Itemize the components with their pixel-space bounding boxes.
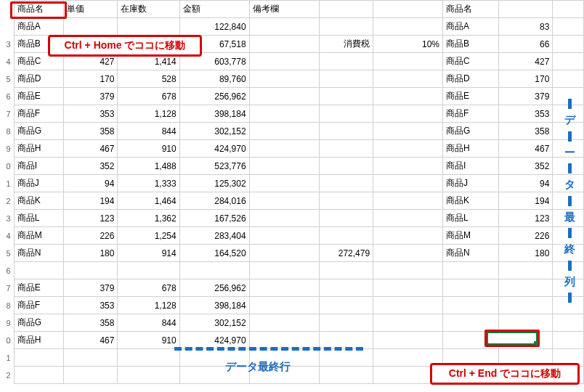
- cell-g[interactable]: [373, 105, 443, 123]
- cell-note[interactable]: [249, 279, 319, 297]
- cell-empty[interactable]: [553, 53, 584, 70]
- cell-name[interactable]: 商品F: [14, 105, 63, 123]
- cell-g[interactable]: [373, 158, 443, 175]
- cell-note[interactable]: [249, 70, 319, 88]
- cell-note[interactable]: [249, 88, 319, 105]
- cell-g[interactable]: [373, 262, 443, 279]
- cell-empty[interactable]: [553, 140, 584, 158]
- cell-stock[interactable]: 1,254: [118, 227, 179, 245]
- cell-empty[interactable]: [553, 349, 584, 367]
- cell-g[interactable]: [373, 88, 443, 105]
- col-header-g[interactable]: [373, 1, 443, 18]
- cell-stock[interactable]: [118, 18, 179, 36]
- cell-g[interactable]: [373, 297, 443, 314]
- cell-val[interactable]: [498, 297, 553, 314]
- cell-name[interactable]: 商品E: [14, 279, 63, 297]
- cell-name2[interactable]: [443, 349, 499, 367]
- cell-val[interactable]: 358: [498, 123, 553, 140]
- cell-name[interactable]: 商品I: [14, 158, 63, 175]
- cell-name2[interactable]: 商品E: [443, 88, 499, 105]
- cell-name[interactable]: 商品H: [14, 140, 63, 158]
- cell-name[interactable]: 商品J: [14, 175, 63, 192]
- cell-f[interactable]: [319, 297, 373, 314]
- cell-amount[interactable]: 424,970: [179, 332, 249, 349]
- cell-empty[interactable]: [553, 314, 584, 332]
- cell-f[interactable]: [319, 314, 373, 332]
- spreadsheet-grid[interactable]: 商品名 単価 在庫数 金額 備考欄 商品名 商品A122,840商品A833商品…: [0, 0, 584, 384]
- cell-empty[interactable]: [553, 123, 584, 140]
- cell-val[interactable]: [498, 262, 553, 279]
- cell-price[interactable]: 352: [63, 158, 118, 175]
- cell-f[interactable]: [319, 123, 373, 140]
- col-header-i[interactable]: [498, 1, 553, 18]
- cell-stock[interactable]: 1,362: [118, 210, 179, 227]
- cell-stock[interactable]: 844: [118, 123, 179, 140]
- cell-g[interactable]: [373, 70, 443, 88]
- cell-f[interactable]: [319, 332, 373, 349]
- cell-note[interactable]: [249, 36, 319, 53]
- cell-empty[interactable]: [553, 210, 584, 227]
- cell-val[interactable]: [498, 367, 553, 384]
- cell-name2[interactable]: [443, 279, 499, 297]
- cell-name2[interactable]: [443, 332, 499, 349]
- cell-f[interactable]: [319, 210, 373, 227]
- cell-name[interactable]: 商品L: [14, 210, 63, 227]
- cell-empty[interactable]: [553, 192, 584, 210]
- cell-amount[interactable]: 122,840: [179, 18, 249, 36]
- cell-name2[interactable]: 商品F: [443, 105, 499, 123]
- cell-val[interactable]: 352: [498, 158, 553, 175]
- cell-f[interactable]: [319, 140, 373, 158]
- cell-empty[interactable]: [553, 70, 584, 88]
- cell-name2[interactable]: 商品J: [443, 175, 499, 192]
- cell-price[interactable]: 353: [63, 297, 118, 314]
- cell-price[interactable]: [63, 262, 118, 279]
- col-header-name[interactable]: 商品名: [14, 1, 63, 18]
- cell-val[interactable]: 467: [498, 140, 553, 158]
- cell-note[interactable]: [249, 367, 319, 384]
- cell-amount[interactable]: 424,970: [179, 140, 249, 158]
- cell-note[interactable]: [249, 123, 319, 140]
- cell-amount[interactable]: 398,184: [179, 297, 249, 314]
- cell-price[interactable]: 358: [63, 123, 118, 140]
- cell-g[interactable]: [373, 349, 443, 367]
- cell-price[interactable]: 467: [63, 332, 118, 349]
- cell-f[interactable]: [319, 367, 373, 384]
- cell-g[interactable]: [373, 245, 443, 262]
- cell-f[interactable]: [319, 279, 373, 297]
- cell-stock[interactable]: 1,488: [118, 158, 179, 175]
- cell-empty[interactable]: [553, 36, 584, 53]
- cell-val[interactable]: 170: [498, 70, 553, 88]
- cell-g[interactable]: [373, 140, 443, 158]
- cell-empty[interactable]: [553, 245, 584, 262]
- cell-val[interactable]: 83: [498, 18, 553, 36]
- col-header-stock[interactable]: 在庫数: [118, 1, 179, 18]
- cell-stock[interactable]: 1,414: [118, 53, 179, 70]
- cell-price[interactable]: 180: [63, 245, 118, 262]
- cell-g[interactable]: [373, 314, 443, 332]
- cell-f[interactable]: [319, 192, 373, 210]
- cell-empty[interactable]: [553, 105, 584, 123]
- cell-stock[interactable]: 1,128: [118, 297, 179, 314]
- cell-val[interactable]: 180: [498, 245, 553, 262]
- cell-name[interactable]: 商品G: [14, 314, 63, 332]
- cell-note[interactable]: [249, 332, 319, 349]
- cell-amount[interactable]: 167,526: [179, 210, 249, 227]
- col-header-note[interactable]: 備考欄: [249, 1, 319, 18]
- cell-name2[interactable]: 商品B: [443, 36, 499, 53]
- col-header-name2[interactable]: 商品名: [443, 1, 499, 18]
- cell-name[interactable]: [14, 349, 63, 367]
- cell-name2[interactable]: 商品D: [443, 70, 499, 88]
- cell-val[interactable]: [498, 314, 553, 332]
- cell-empty[interactable]: [553, 262, 584, 279]
- cell-name2[interactable]: 商品G: [443, 123, 499, 140]
- cell-stock[interactable]: 910: [118, 332, 179, 349]
- cell-price[interactable]: 467: [63, 140, 118, 158]
- cell-amount[interactable]: 284,016: [179, 192, 249, 210]
- col-header-amount[interactable]: 金額: [179, 1, 249, 18]
- cell-empty[interactable]: [553, 175, 584, 192]
- cell-amount[interactable]: 302,152: [179, 314, 249, 332]
- cell-name2[interactable]: 商品L: [443, 210, 499, 227]
- cell-amount[interactable]: 67,518: [179, 36, 249, 53]
- cell-g[interactable]: [373, 367, 443, 384]
- cell-stock[interactable]: [118, 349, 179, 367]
